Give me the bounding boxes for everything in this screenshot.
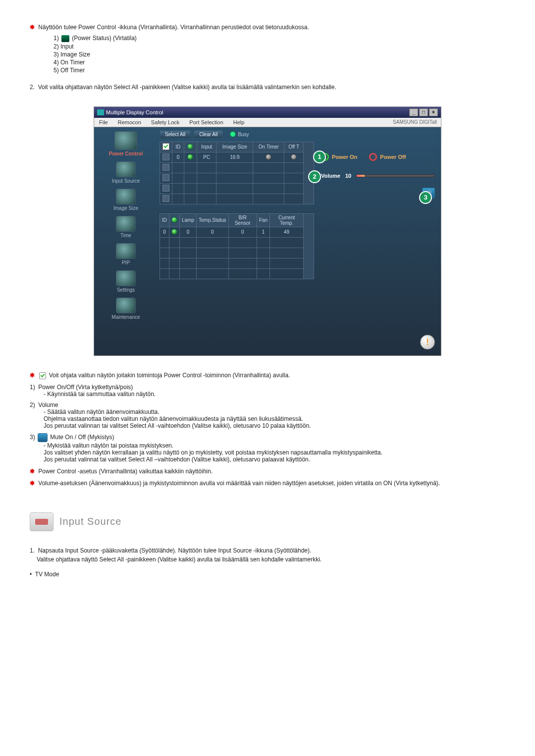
item-title: Volume	[38, 402, 58, 408]
brand-label: SAMSUNG DIGITall	[393, 119, 437, 125]
item-title: Mute On / Off (Mykistys)	[50, 434, 114, 441]
table-row[interactable]: 0 0 0 0 1 49	[160, 227, 314, 237]
table-row[interactable]: 0 PC 16:9	[160, 152, 314, 162]
intro-text: Näyttöön tulee Power Control -ikkuna (Vi…	[38, 24, 309, 31]
item-line: Säätää valitun näytön äänenvoimakkuutta.	[44, 408, 505, 415]
star-icon: ✱	[30, 468, 35, 475]
table-row[interactable]	[160, 248, 314, 258]
right-panel: Power On Power Off Volume 10 🔊	[318, 127, 441, 329]
sidebar-input-source[interactable]: Input Source	[96, 161, 156, 184]
input-source-section-icon	[30, 512, 54, 531]
table-row[interactable]	[160, 258, 314, 268]
bullet-text: TV Mode	[35, 571, 59, 578]
clear-all-button[interactable]: Clear All	[194, 130, 223, 139]
list-item: 3) Image Size	[54, 51, 505, 58]
power-on-button[interactable]: Power On	[321, 153, 357, 161]
menu-help[interactable]: Help	[228, 119, 250, 125]
sidebar-pip[interactable]: PIP	[96, 243, 156, 265]
speaker-icon	[38, 433, 48, 442]
menu-remocon[interactable]: Remocon	[113, 119, 146, 125]
volume-slider[interactable]	[356, 174, 435, 177]
display-table: ID Input Image Size On Timer Off T 0 PC …	[160, 142, 314, 204]
menu-file[interactable]: File	[94, 119, 113, 125]
star-icon: ✱	[30, 24, 35, 31]
item-line: Jos valitset yhden näytön kerrallaan ja …	[44, 449, 505, 456]
sidebar-image-size[interactable]: Image Size	[96, 189, 156, 211]
window-title: Multiple Display Control	[106, 109, 163, 115]
offtimer-dot-icon	[291, 154, 297, 160]
table-row[interactable]	[160, 268, 314, 279]
checkbox-icon	[39, 372, 46, 379]
sidebar: Power Control Input Source Image Size Ti…	[94, 127, 158, 329]
item-line: Ohjelma vastaanottaa tiedon valitun näyt…	[44, 415, 505, 422]
status-dot-icon	[187, 154, 193, 160]
sidebar-settings[interactable]: Settings	[96, 270, 156, 293]
header-checkbox-icon[interactable]	[162, 143, 169, 150]
maximize-button[interactable]: □	[419, 108, 428, 116]
row-checkbox[interactable]	[162, 164, 169, 171]
note: Power Control -asetus (Virranhallinta) v…	[38, 468, 213, 475]
step-text: Valitse ohjattava näyttö Select All -pai…	[37, 555, 321, 564]
power-off-icon	[369, 153, 377, 161]
status-dot-icon	[171, 229, 177, 235]
row-checkbox[interactable]	[162, 153, 169, 160]
power-status-icon	[61, 35, 69, 42]
close-button[interactable]: ×	[429, 108, 438, 116]
sidebar-time[interactable]: Time	[96, 216, 156, 238]
window-titlebar: Multiple Display Control _ □ ×	[94, 107, 441, 118]
settings-icon	[116, 270, 136, 286]
note: Volume-asetuksen (Äänenvoimakkuus) ja my…	[38, 480, 440, 487]
table-row[interactable]	[160, 194, 314, 204]
maintenance-icon	[116, 298, 136, 313]
step-text: Napsauta Input Source -pääkuvaketta (Syö…	[38, 547, 312, 554]
star-icon: ✱	[30, 480, 35, 487]
star-icon: ✱	[30, 372, 35, 379]
svg-rect-0	[35, 519, 48, 525]
table-row[interactable]	[160, 183, 314, 194]
time-icon	[116, 216, 136, 232]
scrollbar[interactable]	[304, 213, 314, 279]
power-off-button[interactable]: Power Off	[369, 153, 406, 161]
menu-safety-lock[interactable]: Safety Lock	[146, 119, 184, 125]
list-item: 2) Input	[54, 43, 505, 50]
section-input-source: Input Source	[30, 512, 505, 531]
app-screenshot: Multiple Display Control _ □ × File Remo…	[94, 106, 441, 356]
callout-1: 1	[313, 151, 326, 163]
status-header-icon	[187, 144, 193, 150]
sidebar-power-control[interactable]: Power Control	[96, 131, 156, 156]
row-checkbox[interactable]	[162, 174, 169, 181]
image-size-icon	[116, 189, 136, 204]
app-icon	[97, 109, 104, 115]
status-table: ID Lamp Temp.Status B/R Sensor Fan Curre…	[160, 213, 314, 279]
busy-indicator: Busy	[230, 131, 249, 137]
item-line: Mykistää valitun näytön tai poistaa myki…	[44, 442, 505, 449]
list-item: 1) (Power Status) (Virtatila)	[54, 35, 505, 42]
menubar: File Remocon Safety Lock Port Selection …	[94, 118, 441, 127]
minimize-button[interactable]: _	[409, 108, 418, 116]
table-row[interactable]	[160, 162, 314, 173]
select-all-button[interactable]: Select All	[160, 130, 191, 139]
busy-dot-icon	[230, 131, 236, 137]
list-item: 4) On Timer	[54, 59, 505, 66]
callout-3: 3	[419, 191, 432, 204]
step-number: 2.	[30, 84, 35, 91]
ontimer-dot-icon	[266, 154, 271, 160]
table-row[interactable]	[160, 237, 314, 248]
step-text: Voit valita ohjattavan näytön Select All…	[38, 84, 336, 91]
power-control-icon	[114, 131, 137, 150]
input-source-icon	[116, 161, 136, 177]
item-line: Jos peruutat valinnat tai valitset Selec…	[44, 456, 505, 463]
info-icon: !	[420, 335, 435, 350]
row-checkbox[interactable]	[162, 195, 169, 202]
item-line: Jos peruutat valinnan tai valitset Selec…	[44, 422, 505, 429]
status-header-icon	[171, 217, 177, 223]
volume-control[interactable]: Volume 10	[321, 173, 435, 179]
item-line: Käynnistää tai sammuttaa valitun näytön.	[44, 391, 505, 398]
item-title: Power On/Off (Virta kytkettynä/pois)	[38, 384, 133, 391]
below-intro: Voit ohjata valitun näytön joitakin toim…	[49, 372, 290, 379]
row-checkbox[interactable]	[162, 185, 169, 192]
sidebar-maintenance[interactable]: Maintenance	[96, 298, 156, 320]
table-row[interactable]	[160, 173, 314, 183]
list-item: 5) Off Timer	[54, 67, 505, 74]
menu-port-selection[interactable]: Port Selection	[184, 119, 228, 125]
